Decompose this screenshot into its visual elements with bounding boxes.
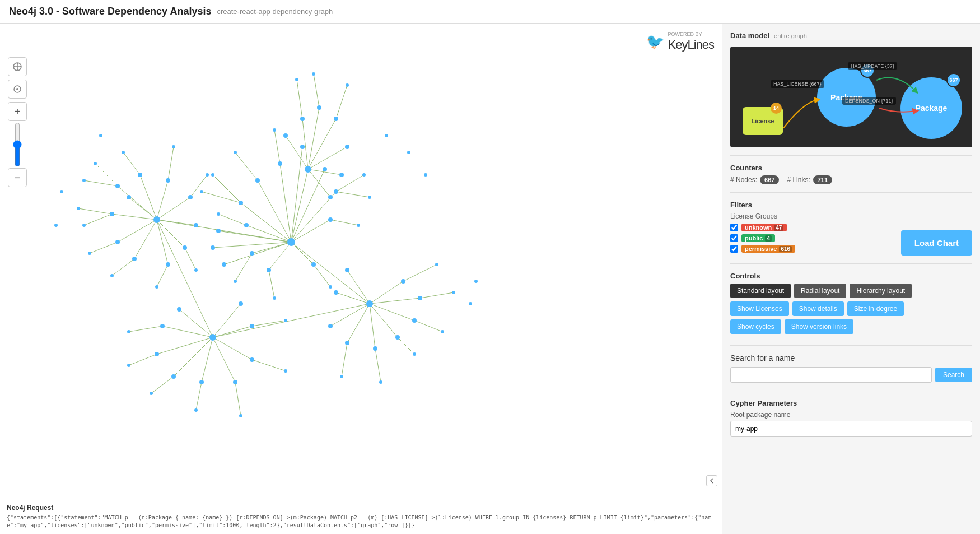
svg-point-191	[407, 151, 410, 154]
svg-line-75	[330, 220, 358, 225]
svg-point-122	[188, 195, 193, 199]
svg-point-184	[284, 369, 287, 373]
hierarchy-layout-btn[interactable]: Hierarchy layout	[850, 284, 912, 298]
svg-point-130	[373, 346, 377, 351]
has-license-arrow: HAS_LICENSE {667}	[771, 80, 824, 88]
svg-point-149	[339, 173, 344, 177]
svg-line-90	[235, 382, 241, 416]
filter-row-unknown: unknown 47	[730, 224, 895, 231]
package-right-badge: 667	[946, 73, 961, 87]
search-title: Search for a name	[730, 354, 972, 363]
svg-point-151	[94, 162, 97, 165]
svg-point-126	[401, 279, 405, 284]
svg-point-103	[278, 161, 282, 166]
standard-layout-btn[interactable]: Standard layout	[730, 284, 791, 298]
svg-line-49	[308, 119, 336, 169]
svg-point-134	[345, 268, 349, 272]
powered-by-text: POWERED BY	[668, 31, 714, 38]
size-indegree-btn[interactable]: Size in-degree	[847, 301, 904, 316]
svg-point-2	[16, 88, 18, 90]
svg-point-146	[317, 105, 321, 110]
svg-point-115	[115, 184, 120, 188]
svg-point-107	[328, 217, 333, 222]
svg-point-183	[239, 414, 242, 417]
svg-point-192	[424, 173, 427, 177]
load-chart-button[interactable]: Load Chart	[901, 230, 972, 256]
show-licenses-btn[interactable]: Show Licenses	[730, 301, 789, 316]
svg-line-8	[291, 192, 336, 242]
data-model-preview: Package 667 Package 667 14 License HAS_L…	[730, 47, 972, 147]
svg-point-169	[329, 285, 332, 289]
bird-icon: 🐦	[646, 33, 664, 50]
root-package-input[interactable]	[730, 421, 972, 437]
svg-line-13	[246, 225, 291, 242]
zoom-in-btn[interactable]: +	[8, 102, 27, 121]
show-version-links-btn[interactable]: Show version links	[785, 319, 853, 334]
svg-point-182	[194, 408, 198, 412]
reset-zoom-control[interactable]	[8, 80, 27, 99]
show-details-btn[interactable]: Show details	[792, 301, 844, 316]
svg-line-11	[269, 242, 291, 270]
root-package-label: Root package name	[730, 411, 972, 419]
svg-point-100	[305, 166, 311, 173]
svg-point-164	[234, 151, 237, 154]
controls-title: Controls	[730, 272, 972, 280]
svg-point-161	[295, 78, 298, 81]
svg-point-128	[412, 318, 417, 323]
search-button[interactable]: Search	[935, 368, 972, 382]
collapse-panel-btn[interactable]	[706, 475, 717, 486]
divider-5	[730, 391, 972, 391]
cypher-section: Cypher Parameters Root package name	[730, 399, 972, 437]
cypher-title: Cypher Parameters	[730, 399, 972, 407]
svg-point-139	[199, 380, 204, 384]
svg-line-64	[420, 292, 454, 298]
filter-checkbox-permissive[interactable]	[730, 245, 738, 253]
svg-point-179	[127, 330, 130, 333]
zoom-slider[interactable]	[12, 122, 23, 167]
svg-point-154	[82, 224, 86, 227]
svg-line-37	[179, 309, 213, 337]
svg-line-66	[336, 85, 347, 119]
svg-line-7	[291, 169, 325, 242]
svg-point-170	[273, 296, 276, 300]
svg-line-79	[218, 214, 246, 225]
graph-canvas[interactable]	[0, 24, 722, 534]
svg-line-56	[157, 220, 213, 337]
filter-checkbox-unknown[interactable]	[730, 224, 738, 231]
search-input[interactable]	[730, 367, 932, 383]
zoom-out-btn[interactable]: −	[8, 168, 27, 187]
svg-point-137	[155, 352, 159, 356]
page-title: Neo4j 3.0 - Software Dependency Analysis	[9, 6, 211, 17]
svg-line-85	[190, 175, 207, 197]
svg-line-52	[308, 169, 330, 197]
license-badge: 14	[771, 103, 782, 114]
svg-line-18	[112, 214, 157, 220]
svg-point-105	[323, 167, 327, 171]
svg-line-15	[213, 242, 291, 248]
svg-point-127	[418, 296, 422, 300]
svg-line-63	[403, 264, 437, 281]
data-model-title: Data model	[730, 31, 769, 40]
nodes-label: # Nodes:	[730, 176, 757, 184]
svg-point-129	[395, 335, 400, 340]
filter-checkbox-public[interactable]	[730, 234, 738, 242]
svg-point-118	[132, 257, 137, 261]
keylines-logo-text: KeyLines	[668, 38, 714, 52]
svg-point-158	[441, 330, 444, 333]
svg-line-76	[314, 264, 330, 287]
pan-control[interactable]	[8, 57, 27, 76]
svg-point-186	[340, 375, 343, 378]
filters-title: Filters	[730, 201, 972, 209]
svg-point-163	[200, 190, 203, 193]
svg-line-32	[370, 304, 375, 349]
links-counter: # Links: 711	[787, 175, 832, 184]
radial-layout-btn[interactable]: Radial layout	[794, 284, 846, 298]
neo4j-request-label: Neo4j Request	[7, 504, 715, 512]
graph-controls-overlay: + −	[8, 57, 27, 187]
svg-point-195	[60, 190, 63, 193]
svg-line-82	[157, 264, 168, 287]
svg-line-83	[123, 152, 140, 175]
show-cycles-btn[interactable]: Show cycles	[730, 319, 781, 334]
layout-buttons-row: Standard layout Radial layout Hierarchy …	[730, 284, 972, 298]
svg-point-144	[283, 133, 288, 138]
